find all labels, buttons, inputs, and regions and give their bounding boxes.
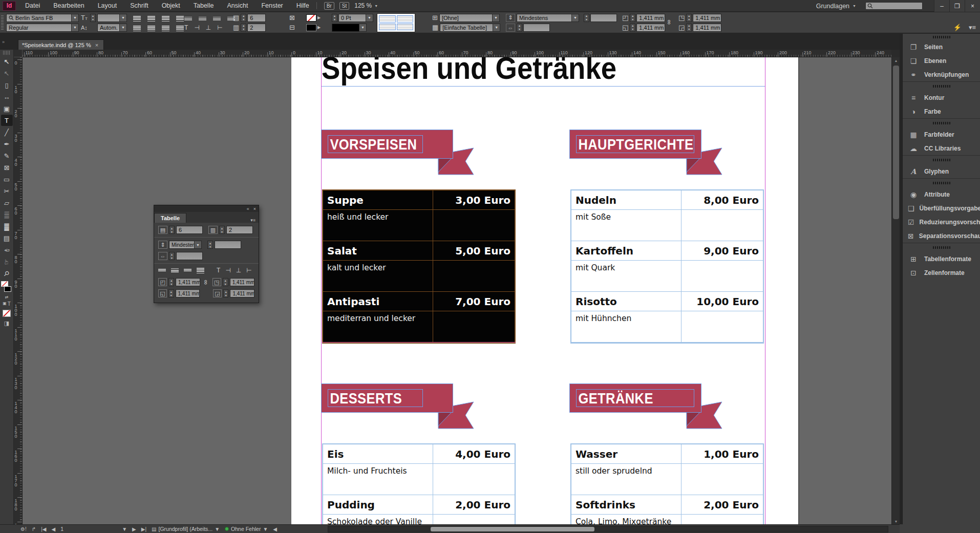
empty-cell[interactable] (433, 261, 515, 291)
panel-drag-handle[interactable] (933, 36, 950, 38)
free-transform-tool[interactable]: ▱ (1, 197, 13, 208)
align-center-icon[interactable] (171, 268, 179, 272)
table-row[interactable]: Softdrinks2,00 Euro (571, 495, 763, 515)
item-price-cell[interactable]: 2,00 Euro (433, 495, 515, 514)
export-icon[interactable]: ↱ (32, 526, 36, 532)
fill-swatch[interactable]: ▶ (306, 23, 321, 32)
item-price-cell[interactable]: 5,00 Euro (433, 241, 515, 260)
gradient-feather-tool[interactable]: ▓ (1, 221, 13, 232)
table-style-object-control[interactable]: ⊞ [Ohne]▼ (432, 13, 500, 22)
row-height-mode-combo[interactable]: Mindestens▼ (169, 241, 202, 249)
table-row[interactable]: Kartoffeln9,00 Euro (571, 241, 763, 261)
type-tool[interactable]: T (1, 115, 13, 126)
frame-tool[interactable]: ⊠ (1, 162, 13, 173)
item-name-cell[interactable]: Pudding (323, 495, 433, 514)
item-description-cell[interactable]: kalt und lecker (323, 261, 433, 291)
menu-title-text[interactable]: Speisen und Getränke (322, 57, 616, 84)
menu-table-hauptgerichte[interactable]: Nudeln8,00 Euromit SoßeKartoffeln9,00 Eu… (570, 189, 764, 344)
item-name-cell[interactable]: Softdrinks (571, 495, 681, 514)
last-page-button[interactable]: ▶| (141, 526, 146, 532)
menu-item-layout[interactable]: Layout (98, 2, 117, 9)
table-row[interactable]: Salat5,00 Euro (323, 241, 515, 261)
table-row[interactable]: Wasser1,00 Euro (571, 444, 763, 464)
inset-right-field[interactable]: 1,411 mm (230, 289, 254, 297)
dock-item-seiten[interactable]: ❐Seiten (903, 40, 980, 54)
table-row[interactable]: Cola, Limo, Mixgetränke (571, 515, 763, 524)
menu-item-objekt[interactable]: Objekt (162, 2, 180, 9)
vertical-ruler[interactable]: 0102030405060708090100110120130140150160… (14, 57, 23, 524)
format-container-text-toggle[interactable]: ▣T (0, 301, 13, 307)
inset-right-control[interactable]: ◲ ▲▼ 1,411 mm (678, 23, 721, 32)
zoom-tool[interactable]: ⚲ (1, 268, 13, 279)
table-row[interactable]: Nudeln8,00 Euro (571, 190, 763, 210)
merge-cells-button[interactable]: ⊟ (289, 23, 296, 32)
table-row[interactable]: Eis4,00 Euro (323, 444, 515, 464)
font-style-combo[interactable]: Regular▼ (6, 23, 79, 32)
eyedropper-tool[interactable]: ✑ (1, 244, 13, 255)
gradient-tool[interactable]: ▒ (1, 209, 13, 220)
ruler-origin-box[interactable] (14, 50, 23, 57)
inset-bottom-field[interactable]: 1,411 mm (176, 289, 200, 297)
dock-item-glyphen[interactable]: AGlyphen (903, 164, 980, 178)
table-row[interactable]: kalt und lecker (323, 261, 515, 292)
vertical-scroll-thumb[interactable] (893, 66, 899, 219)
stroke-swatch[interactable]: ▶ (306, 13, 321, 22)
stock-button[interactable]: St (339, 2, 349, 10)
row-height-mode-control[interactable]: ⇕ Mindestens▼ (506, 13, 579, 22)
restore-button[interactable]: ❐ (949, 0, 965, 12)
menu-item-ansicht[interactable]: Ansicht (227, 2, 248, 9)
item-description-cell[interactable]: heiß und lecker (323, 210, 433, 241)
screen-mode-button[interactable]: ◨ (0, 320, 13, 327)
panel-menu-icon[interactable]: ▾≡ (247, 218, 259, 223)
dock-item-zellenformate[interactable]: ⊡Zellenformate (903, 266, 980, 280)
font-family-combo[interactable]: Berlin Sans FB ▼ (6, 13, 79, 22)
item-price-cell[interactable]: 9,00 Euro (681, 241, 763, 260)
font-size-combo[interactable]: ▼ (97, 13, 127, 22)
cols-stepper[interactable]: ▲▼ (219, 226, 225, 234)
link-insets-toggle[interactable]: ∞ (667, 18, 672, 27)
align-bottom-icon[interactable] (184, 269, 191, 272)
dock-item-ebenen[interactable]: ❏Ebenen (903, 54, 980, 68)
inset-right-stepper[interactable]: ▲▼ (223, 289, 228, 297)
menu-item-schrift[interactable]: Schrift (130, 2, 148, 9)
section-ribbon-desserts[interactable]: DESSERTS (321, 383, 453, 413)
panel-drag-handle[interactable] (3, 51, 10, 55)
ribbon-text-frame[interactable]: HAUPTGERICHTE (576, 135, 694, 153)
col-width-stepper[interactable]: ▲▼ (169, 252, 175, 260)
item-description-cell[interactable]: mediterran und lecker (323, 311, 433, 342)
rectangle-tool[interactable]: ▭ (1, 174, 13, 185)
margin-guide-left[interactable] (321, 57, 322, 524)
horizontal-ruler[interactable]: 1101009080706050403020100102030405060708… (23, 50, 891, 57)
table-rows-control[interactable]: ▤ ▲▼ 6 (233, 13, 266, 22)
panel-drag-handle[interactable] (933, 159, 950, 161)
dock-item-attribute[interactable]: ◉Attribute (903, 187, 980, 201)
inset-top-field[interactable]: 1,411 mm (176, 278, 200, 286)
line-tool[interactable]: ╱ (1, 126, 13, 138)
item-price-cell[interactable]: 8,00 Euro (681, 190, 763, 209)
item-description-cell[interactable]: mit Soße (571, 210, 681, 241)
inset-bottom-control[interactable]: ◱ ▲▼ 1,411 mm (622, 23, 665, 32)
item-description-cell[interactable]: mit Hühnchen (571, 311, 681, 342)
section-ribbon-hauptgerichte[interactable]: HAUPTGERICHTE (569, 130, 701, 159)
item-name-cell[interactable]: Suppe (323, 190, 433, 209)
menu-table-vorspeisen[interactable]: Suppe3,00 Euroheiß und leckerSalat5,00 E… (322, 189, 516, 344)
dock-item-tabellenformate[interactable]: ⊞Tabellenformate (903, 252, 980, 266)
scroll-up-icon[interactable]: ▲ (892, 57, 900, 63)
empty-cell[interactable] (433, 210, 515, 241)
vertical-scrollbar[interactable]: ▲ ▼ (891, 57, 900, 524)
inset-left-field[interactable]: 1,411 mm (230, 278, 254, 286)
table-cols-control[interactable]: ▥ ▲▼ 2 (233, 23, 266, 32)
app-logo[interactable]: Id (3, 1, 16, 11)
section-ribbon-getränke[interactable]: GETRÄNKE (569, 383, 701, 413)
item-price-cell[interactable]: 3,00 Euro (433, 190, 515, 209)
item-description-cell[interactable]: Milch- und Fruchteis (323, 464, 433, 495)
rows-stepper[interactable]: ▲▼ (169, 226, 175, 234)
col-width-field[interactable] (176, 252, 203, 260)
ribbon-text-frame[interactable]: GETRÄNKE (576, 389, 694, 407)
text-rotation-group[interactable]: T⊣⊥⊢ (184, 23, 223, 32)
menu-item-fenster[interactable]: Fenster (261, 2, 283, 9)
justify-align-group[interactable] (133, 24, 187, 33)
zoom-level-control[interactable]: 125 % ▼ (354, 2, 378, 9)
panel-drag-handle[interactable] (933, 246, 950, 249)
menu-item-bearbeiten[interactable]: Bearbeiten (53, 2, 84, 9)
